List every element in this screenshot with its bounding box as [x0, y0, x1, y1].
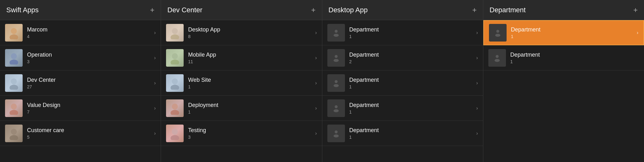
item-name-testing: Testing — [188, 127, 313, 134]
list-item-dept-2[interactable]: Department2› — [322, 45, 483, 70]
chevron-icon-dept-3: › — [476, 80, 478, 86]
item-info-mobile-app: Mobile App11 — [188, 52, 313, 64]
item-info-dept-b: Department1 — [510, 52, 639, 64]
chevron-icon-deployment: › — [315, 105, 317, 111]
item-name-dept-5: Department — [349, 127, 474, 134]
list-item-dept-1[interactable]: Department1› — [322, 20, 483, 45]
svg-point-31 — [495, 34, 500, 37]
column-title-dev-center: Dev Center — [167, 6, 202, 14]
item-count-marcom: 4 — [27, 34, 152, 39]
column-header-swift-apps: Swift Apps+ — [0, 0, 161, 20]
avatar-placeholder-dept-1 — [327, 24, 345, 42]
add-button-dev-center[interactable]: + — [311, 6, 315, 14]
add-button-department[interactable]: + — [633, 6, 638, 14]
svg-point-3 — [9, 59, 18, 64]
list-item-deployment[interactable]: Deployment1› — [161, 96, 322, 121]
list-item-marcom[interactable]: Marcom4› — [0, 20, 161, 45]
list-item-operation[interactable]: Operation3› — [0, 45, 161, 70]
item-name-value-design: Value Design — [27, 102, 152, 109]
chevron-icon-operation: › — [154, 55, 156, 61]
svg-point-14 — [172, 78, 178, 84]
list-item-web-site[interactable]: Web Site1› — [161, 70, 322, 96]
item-count-testing: 3 — [188, 135, 313, 140]
list-item-dept-b[interactable]: Department1 — [483, 45, 644, 70]
item-count-dept-3: 1 — [349, 84, 474, 89]
chevron-icon-value-design: › — [154, 105, 156, 111]
column-title-swift-apps: Swift Apps — [6, 6, 39, 14]
svg-point-32 — [496, 55, 498, 58]
chevron-icon-dept-2: › — [476, 55, 478, 61]
list-item-dept-5[interactable]: Department1› — [322, 121, 483, 146]
avatar-placeholder-dept-4 — [327, 99, 345, 117]
item-count-mobile-app: 11 — [188, 59, 313, 64]
chevron-icon-dev-center: › — [154, 80, 156, 86]
list-item-dept-4[interactable]: Department1› — [322, 96, 483, 121]
list-item-mobile-app[interactable]: Mobile App11› — [161, 45, 322, 70]
item-count-operation: 3 — [27, 59, 152, 64]
svg-point-1 — [9, 34, 18, 39]
column-title-department: Department — [490, 6, 526, 14]
column-items-swift-apps: Marcom4› Operation3› Dev Center27› Value… — [0, 20, 161, 162]
item-name-marcom: Marcom — [27, 26, 152, 33]
chevron-icon-web-site: › — [315, 80, 317, 86]
svg-point-6 — [11, 103, 17, 109]
column-header-department: Department+ — [483, 0, 644, 20]
list-item-testing[interactable]: Testing3› — [161, 121, 322, 146]
column-dev-center: Dev Center+ Desktop App8› Mobile App11› … — [161, 0, 322, 162]
item-count-deployment: 1 — [188, 109, 313, 115]
chevron-icon-dept-1: › — [476, 30, 478, 36]
svg-point-28 — [335, 130, 337, 133]
item-info-deployment: Deployment1 — [188, 102, 313, 115]
item-count-dept-4: 1 — [349, 109, 474, 115]
svg-point-13 — [171, 59, 179, 64]
item-count-customer-care: 5 — [27, 135, 152, 140]
avatar-marcom — [5, 24, 23, 42]
svg-point-26 — [335, 105, 337, 108]
list-item-value-design[interactable]: Value Design7› — [0, 96, 161, 121]
svg-point-2 — [11, 53, 17, 59]
item-name-dev-center: Dev Center — [27, 77, 152, 83]
item-name-dept-1: Department — [349, 26, 474, 33]
add-button-swift-apps[interactable]: + — [150, 6, 154, 14]
svg-point-15 — [171, 85, 179, 90]
svg-point-8 — [11, 129, 17, 135]
item-count-dept-b: 1 — [510, 59, 639, 64]
avatar-customer-care — [5, 125, 23, 142]
item-name-mobile-app: Mobile App — [188, 52, 313, 58]
item-info-dev-center: Dev Center27 — [27, 77, 152, 89]
svg-point-19 — [171, 135, 179, 140]
chevron-icon-customer-care: › — [154, 131, 156, 136]
avatar-placeholder-dept-a — [489, 24, 507, 42]
item-info-value-design: Value Design7 — [27, 102, 152, 115]
svg-point-24 — [335, 80, 337, 83]
item-name-operation: Operation — [27, 52, 152, 58]
list-item-customer-care[interactable]: Customer care5› — [0, 121, 161, 146]
add-button-desktop-app[interactable]: + — [472, 6, 477, 14]
avatar-testing — [166, 125, 184, 142]
avatar-placeholder-dept-5 — [327, 125, 345, 142]
avatar-deployment — [166, 99, 184, 117]
list-item-dept-3[interactable]: Department1› — [322, 70, 483, 96]
column-department: Department+ Department1› Department1 — [483, 0, 644, 162]
column-swift-apps: Swift Apps+ Marcom4› Operation3› Dev Cen… — [0, 0, 161, 162]
avatar-placeholder-dept-b — [488, 49, 506, 67]
svg-point-22 — [335, 55, 337, 58]
item-count-dept-2: 2 — [349, 59, 474, 64]
item-name-desktop-app: Desktop App — [188, 26, 313, 33]
item-count-value-design: 7 — [27, 109, 152, 115]
item-name-dept-a: Department — [511, 26, 634, 33]
item-info-web-site: Web Site1 — [188, 77, 313, 89]
item-count-web-site: 1 — [188, 84, 313, 89]
list-item-dept-a[interactable]: Department1› — [483, 20, 644, 45]
list-item-desktop-app[interactable]: Desktop App8› — [161, 20, 322, 45]
item-count-desktop-app: 8 — [188, 34, 313, 39]
avatar-desktop-app — [166, 24, 184, 42]
list-item-dev-center[interactable]: Dev Center27› — [0, 70, 161, 96]
item-count-dept-a: 1 — [511, 34, 634, 39]
avatar-operation — [5, 49, 23, 67]
chevron-icon-marcom: › — [154, 30, 156, 36]
item-count-dept-1: 1 — [349, 34, 474, 39]
svg-point-4 — [11, 78, 17, 84]
svg-point-30 — [496, 30, 499, 33]
item-info-dept-a: Department1 — [511, 26, 634, 39]
